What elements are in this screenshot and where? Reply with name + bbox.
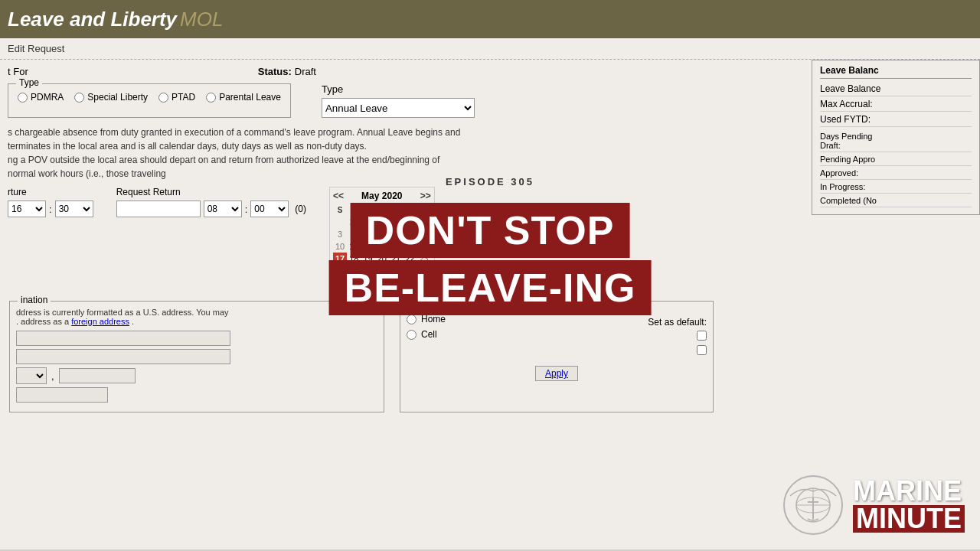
days-pending-section: Days PendingDraft: Pending Appro Approve… bbox=[820, 132, 972, 207]
balance-label-1: Leave Balance bbox=[820, 83, 880, 94]
leave-balance-panel: Leave Balanc Leave Balance Max Accrual: … bbox=[812, 60, 980, 215]
balance-item-5: Pending Appro bbox=[820, 155, 972, 166]
balance-item-4: Days PendingDraft: bbox=[820, 132, 972, 152]
return-date-input[interactable] bbox=[116, 201, 201, 217]
return-input-row: 080709 : 00153045 (0) bbox=[116, 201, 306, 217]
table-row[interactable]: 27 bbox=[347, 216, 361, 228]
address-content: Home Cell Set as default: bbox=[407, 314, 707, 381]
table-row[interactable]: 7 bbox=[389, 228, 403, 240]
set-default-section: Set as default: bbox=[648, 317, 707, 355]
departure-hour-select[interactable]: 161718 bbox=[8, 201, 46, 217]
destination-state-select[interactable] bbox=[16, 367, 47, 384]
address-radio-row: Home Cell bbox=[407, 314, 446, 340]
table-row[interactable]: 15 bbox=[403, 240, 416, 253]
departure-label: rture bbox=[8, 187, 93, 197]
table-row[interactable]: 2 bbox=[361, 277, 374, 289]
return-minute-select[interactable]: 00153045 bbox=[250, 201, 289, 217]
table-row[interactable]: 12 bbox=[361, 240, 374, 253]
calendar-prev-btn[interactable]: << bbox=[333, 191, 344, 201]
type-radio-box: Type PDMRA Special Liberty PTAD Parental… bbox=[8, 83, 291, 118]
leave-type-select[interactable]: Annual Leave Sick Leave Emergency Leave … bbox=[322, 98, 475, 118]
table-row[interactable]: 11 bbox=[347, 240, 361, 253]
table-row[interactable]: 4 bbox=[347, 228, 361, 240]
table-row[interactable]: 5 bbox=[361, 228, 374, 240]
table-row[interactable]: 26 bbox=[361, 265, 374, 277]
breadcrumb: Edit Request bbox=[0, 38, 980, 60]
destination-input-2[interactable] bbox=[16, 349, 230, 364]
table-row[interactable]: 30 bbox=[416, 265, 430, 277]
calendar-next-btn[interactable]: >> bbox=[420, 191, 431, 201]
set-default-home-checkbox[interactable] bbox=[697, 331, 707, 341]
table-row[interactable]: 4 bbox=[389, 277, 403, 289]
address-option-cell-label: Cell bbox=[421, 329, 437, 340]
destination-zip-input[interactable] bbox=[59, 368, 136, 383]
departure-section: rture 161718 : 30001545 bbox=[8, 187, 93, 217]
status-label: Status: bbox=[258, 66, 292, 77]
table-row[interactable]: 28 bbox=[361, 216, 374, 228]
table-row[interactable]: 19 bbox=[361, 253, 374, 265]
table-row[interactable] bbox=[333, 216, 347, 228]
address-option-home-label: Home bbox=[421, 314, 446, 324]
table-row[interactable]: 16 bbox=[416, 240, 430, 253]
table-row[interactable]: 3 bbox=[333, 228, 347, 240]
table-row[interactable]: 22 bbox=[403, 253, 416, 265]
type-option-pdmra[interactable]: PDMRA bbox=[18, 92, 64, 103]
return-label: Request Return bbox=[116, 187, 306, 197]
app-header: Leave and Liberty MOL bbox=[0, 0, 980, 38]
type-option-parental-leave[interactable]: Parental Leave bbox=[206, 92, 281, 103]
table-row[interactable]: 23 bbox=[416, 253, 430, 265]
table-row[interactable]: 20 bbox=[375, 253, 389, 265]
table-row[interactable]: 1 bbox=[403, 216, 416, 228]
departure-minute-select[interactable]: 30001545 bbox=[55, 201, 93, 217]
destination-input-3[interactable] bbox=[16, 387, 108, 403]
address-option-home[interactable]: Home bbox=[407, 314, 446, 324]
table-row[interactable]: 17 bbox=[333, 253, 347, 265]
table-row[interactable]: 29 bbox=[403, 265, 416, 277]
table-row[interactable]: 9 bbox=[416, 228, 430, 240]
table-row[interactable]: 10 bbox=[333, 240, 347, 253]
table-row[interactable]: 24 bbox=[333, 265, 347, 277]
balance-label-8: Completed (No bbox=[820, 196, 877, 205]
calendar-month-title: May 2020 bbox=[361, 191, 402, 201]
leave-type-select-box: Type Annual Leave Sick Leave Emergency L… bbox=[322, 83, 475, 118]
table-row[interactable]: 27 bbox=[375, 265, 389, 277]
table-row[interactable]: 21 bbox=[389, 253, 403, 265]
type-box-legend: Type bbox=[16, 77, 42, 88]
table-row[interactable]: 28 bbox=[389, 265, 403, 277]
departure-input-row: 161718 : 30001545 bbox=[8, 201, 93, 217]
table-row[interactable]: 1 bbox=[347, 277, 361, 289]
table-row[interactable]: 13 bbox=[375, 240, 389, 253]
table-row[interactable]: 31 bbox=[333, 277, 347, 289]
table-row[interactable]: 2 bbox=[416, 216, 430, 228]
balance-label-4: Days PendingDraft: bbox=[820, 132, 873, 150]
table-row[interactable]: 29 bbox=[375, 216, 389, 228]
address-option-cell[interactable]: Cell bbox=[407, 329, 446, 340]
table-row[interactable]: 30 bbox=[389, 216, 403, 228]
table-row[interactable]: 3 bbox=[375, 277, 389, 289]
table-row[interactable]: 8 bbox=[403, 228, 416, 240]
set-default-cell-checkbox[interactable] bbox=[697, 345, 707, 355]
current-address-legend: Use my current address bbox=[408, 295, 511, 305]
app-subtitle: MOL bbox=[180, 8, 223, 31]
type-option-special-liberty[interactable]: Special Liberty bbox=[74, 92, 148, 103]
table-row[interactable]: 18 bbox=[347, 253, 361, 265]
destination-legend: ination bbox=[18, 295, 51, 305]
apply-button[interactable]: Apply bbox=[535, 366, 578, 381]
balance-label-2: Max Accrual: bbox=[820, 99, 873, 109]
table-row[interactable]: 6 bbox=[416, 277, 430, 289]
return-hour-select[interactable]: 080709 bbox=[204, 201, 242, 217]
table-row[interactable]: 25 bbox=[347, 265, 361, 277]
balance-item-3: Used FYTD: bbox=[820, 114, 972, 127]
table-row[interactable]: 14 bbox=[389, 240, 403, 253]
balance-label-6: Approved: bbox=[820, 168, 858, 178]
destination-input-1[interactable] bbox=[16, 331, 230, 346]
balance-label-3: Used FYTD: bbox=[820, 114, 871, 125]
foreign-address-link[interactable]: foreign address bbox=[71, 317, 129, 326]
balance-label-5: Pending Appro bbox=[820, 155, 875, 164]
calendar: << May 2020 >> S M T W T F S bbox=[329, 187, 435, 293]
table-row[interactable]: 6 bbox=[375, 228, 389, 240]
app-title: Leave and Liberty bbox=[8, 8, 177, 31]
table-row[interactable]: 5 bbox=[403, 277, 416, 289]
balance-label-7: In Progress: bbox=[820, 182, 865, 191]
type-option-ptad[interactable]: PTAD bbox=[158, 92, 195, 103]
